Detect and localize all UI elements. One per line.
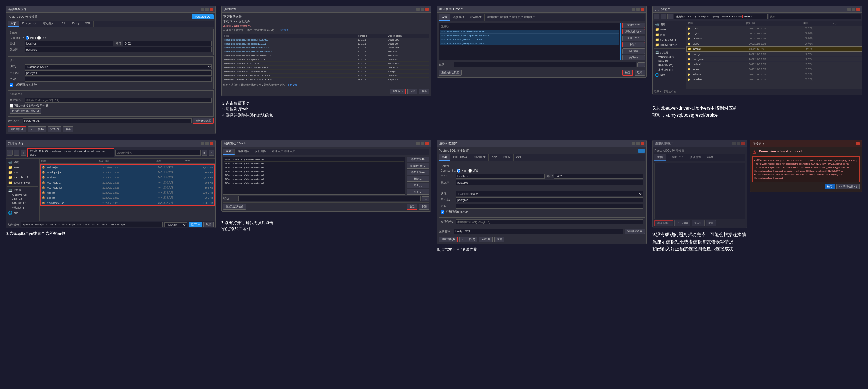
folder-row[interactable]: 📁 postgresql 2022/11/6 1:35 文件夹 xyxy=(686,57,862,62)
driver-file-row[interactable]: com.oracle.database.xml:xmlparsev2:RELEA… xyxy=(223,78,429,81)
cancel-btn-3[interactable]: 取消 xyxy=(635,70,645,76)
jar-file-row[interactable]: 📦 ucp.jar 2022/9/9 10:23 JAR 压缩文件 1,759 … xyxy=(41,190,214,195)
sidebar-video-5[interactable]: 📹 视频 xyxy=(7,160,38,165)
close-btn-2[interactable] xyxy=(425,8,429,11)
reset-btn-3[interactable]: 重置为默认设置 xyxy=(439,70,462,76)
sidebar-network-4[interactable]: 🌐 网络 xyxy=(654,73,685,78)
download-btn[interactable]: 下载 xyxy=(407,88,417,94)
connect-names-btn[interactable]: 连接详情(名称、类型...) xyxy=(9,108,41,114)
driver-file-row[interactable]: com.oracle.database.ha:simplefan:12.2.0.… xyxy=(223,58,429,62)
driver-file-row[interactable]: com.oracle.database.ha:ons:12.2.0.1 12.2… xyxy=(223,62,429,66)
driver-input-7[interactable] xyxy=(454,229,623,234)
sidebar-pmp-5[interactable]: 📁 PMP xyxy=(7,165,38,170)
folder-row[interactable]: 📁 redshift 2022/11/6 1:35 文件夹 xyxy=(686,62,862,67)
ok-btn-6[interactable]: 确定 xyxy=(407,204,417,210)
edit-driver-btn[interactable]: 编辑驱动设置 xyxy=(193,118,214,124)
driver-item[interactable]: com.oracle.database.jdbc:ojdbc8:RELEASE xyxy=(440,41,619,46)
sidebar-dbeaver-5[interactable]: 📁 dbeaver-driver xyxy=(7,180,38,185)
port-input-7[interactable] xyxy=(554,174,643,179)
driver-path-item[interactable]: D:\workspace\spring\dbeaver-driver-all..… xyxy=(224,165,404,169)
password-input[interactable] xyxy=(25,77,212,82)
close-btn-1[interactable] xyxy=(210,8,213,11)
driver-path-item[interactable]: D:\workspace\spring\dbeaver-driver-all..… xyxy=(224,173,404,177)
driver-file-row[interactable]: com.oracle.database.security:osdt_cert:1… xyxy=(223,50,429,54)
toolbar-view-btn-5b[interactable]: ≡ xyxy=(209,150,214,156)
edit-driver-btn-7[interactable]: 编辑驱动设置 xyxy=(624,229,645,234)
connect-button-7[interactable] xyxy=(638,148,645,153)
driver-item[interactable]: com.oracle.database.xml:xmlparsev2:RELEA… xyxy=(440,33,619,37)
download-link[interactable]: 下载/覆盖 xyxy=(278,29,289,32)
folder-row[interactable]: 📁 mysql 2022/11/6 1:35 文件夹 xyxy=(686,31,862,36)
database-input[interactable] xyxy=(25,47,212,52)
cancel-btn-7[interactable]: 取消 xyxy=(494,237,504,243)
up-btn-6[interactable]: 向上(U) xyxy=(407,183,429,188)
toolbar-view-btn-5[interactable]: ⊞ xyxy=(202,150,208,156)
jar-file-row[interactable]: 📦 xmlparsev2.jar 2022/9/9 10:23 JAR 压缩文件… xyxy=(41,200,214,205)
tab-driver-props-6[interactable]: 驱动属性 xyxy=(252,148,269,155)
sidebar-spring-4[interactable]: 📁 spring-boot-fu xyxy=(654,37,685,42)
maximize-btn-2[interactable] xyxy=(421,8,424,11)
ok-btn-3[interactable]: 确定 xyxy=(622,70,633,76)
maximize-btn-1[interactable] xyxy=(205,8,209,11)
jar-file-row[interactable]: 📦 orai18n.jar 2022/9/9 10:23 JAR 压缩文件 1,… xyxy=(41,175,214,180)
cancel-btn-5[interactable]: 取消 xyxy=(204,222,214,227)
folder-row[interactable]: 📁 ojdbc 2022/11/6 1:35 文件夹 xyxy=(686,41,862,46)
search-input-4[interactable] xyxy=(769,14,861,20)
cancel-btn-6[interactable]: 取消 xyxy=(419,204,429,210)
tab-conn-props-3[interactable]: 连接属性 xyxy=(450,15,467,21)
sidebar-dbeaver-4[interactable]: 📁 dbeaver-driver xyxy=(654,42,685,47)
host-input-7[interactable] xyxy=(456,174,545,179)
folder-row[interactable]: 📁 teradata 2022/11/6 1:35 文件夹 xyxy=(686,77,862,82)
tab-proxy[interactable]: Proxy xyxy=(69,21,83,27)
tab-ssh-7[interactable]: SSH xyxy=(489,155,500,161)
sidebar-locale-4[interactable]: 本地磁盘 (E:) xyxy=(654,63,685,68)
down-btn-3[interactable]: 向下(D) xyxy=(622,55,645,60)
tab-main[interactable]: 主要 xyxy=(8,21,19,27)
tab-main-8bg[interactable]: 主要 xyxy=(654,155,666,161)
driver-path-item[interactable]: D:\workspace\spring\dbeaver-driver-all..… xyxy=(224,162,404,165)
sidebar-localf-4[interactable]: 本地磁盘 (F:) xyxy=(654,68,685,73)
details-btn[interactable]: < < 详细信息(D) xyxy=(836,184,860,189)
tab-postgresql-7[interactable]: PostgreSQL xyxy=(450,155,471,161)
save-pwd-checkbox-7[interactable] xyxy=(441,210,444,214)
cancel-btn-1[interactable]: 取消 xyxy=(63,126,73,132)
tab-ssl-7[interactable]: SSL xyxy=(514,155,525,161)
jar-file-row[interactable]: 📦 xdb.jar 2022/9/9 10:23 JAR 压缩文件 260 KB xyxy=(41,195,214,200)
password-input-7[interactable] xyxy=(456,203,643,209)
role-input[interactable] xyxy=(25,98,212,103)
minimize-btn-3[interactable] xyxy=(632,8,635,11)
learn-more-link[interactable]: 了解更多 xyxy=(287,83,298,86)
driver-file-row[interactable]: com.oracle.database.security:osdt_core:1… xyxy=(223,54,429,58)
folder-row[interactable]: 📁 postgis 2022/11/6 1:35 文件夹 xyxy=(686,52,862,57)
driver-path-item[interactable]: D:\workspace\spring\dbeaver-driver-all..… xyxy=(224,177,404,181)
tab-postgresql-8bg[interactable]: PostgreSQL xyxy=(666,155,687,161)
local-client-checkbox[interactable] xyxy=(9,104,13,108)
tab-ssh[interactable]: SSH xyxy=(57,21,69,27)
folder-row[interactable]: 📁 cetezza 2022/11/6 1:35 文件夹 xyxy=(686,36,862,41)
filename-input-5[interactable] xyxy=(21,222,163,227)
jar-file-row[interactable]: 📦 osdt_cert.jar 2022/9/9 10:23 JAR 压缩文件 … xyxy=(41,180,214,185)
driver-item[interactable]: com.oracle.database.jdbc:xdb6:RELEASE xyxy=(440,37,619,41)
minimize-btn-2[interactable] xyxy=(416,8,420,11)
driver-file-row[interactable]: com.oracle.database.nls:orai18n:RELEASE … xyxy=(223,66,429,70)
tab-local-user-3[interactable]: 本地用户 本地用户 本地用户 本地用户 xyxy=(485,15,538,21)
ok-error-btn[interactable]: 确定 xyxy=(825,184,835,189)
sidebar-datad-4[interactable]: Data (D:) xyxy=(654,59,685,63)
nav-back-btn-4[interactable]: ← xyxy=(654,14,659,20)
add-artifact-btn-3[interactable]: 添加工件(A) xyxy=(622,35,645,41)
maximize-btn-4[interactable] xyxy=(852,8,855,11)
minimize-btn-5[interactable] xyxy=(201,142,204,145)
cancel-btn-2[interactable]: 取消 xyxy=(419,88,429,94)
close-btn-8bg[interactable] xyxy=(741,142,745,145)
open-btn-5[interactable]: 打开(O) xyxy=(189,222,202,227)
add-folder-btn-6[interactable]: 添加文件夹(D) xyxy=(407,163,429,169)
driver-file-row[interactable]: com.oracle.database.security:oracle:12.2… xyxy=(223,46,429,50)
finish-btn-8bg[interactable]: 完成(F) xyxy=(691,220,705,226)
tab-driver-props-8bg[interactable]: 驱动属性 xyxy=(687,155,704,161)
driver-file-row[interactable]: com.oracle.database.jdbc:ojdbc6:12.2.0.1… xyxy=(223,42,429,46)
port-input[interactable] xyxy=(123,41,212,46)
delete-btn-6[interactable]: 删除(L) xyxy=(407,176,429,182)
sidebar-pmp-4[interactable]: 📁 PMP xyxy=(654,27,685,32)
sidebar-localf-5[interactable]: 本地磁盘 (F:) xyxy=(7,205,38,210)
driver-path-item[interactable]: D:\workspace\spring\dbeaver-driver-all..… xyxy=(224,181,404,185)
